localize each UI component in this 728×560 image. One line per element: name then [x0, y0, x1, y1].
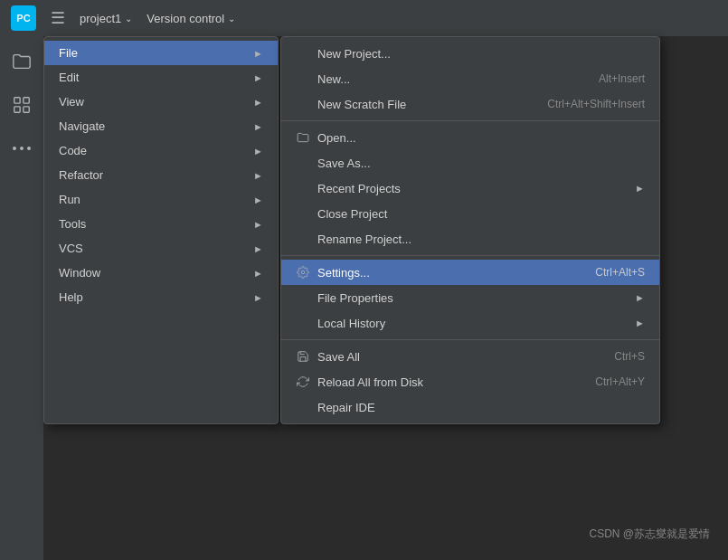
- menu-item-refactor[interactable]: Refactor ►: [44, 163, 278, 187]
- submenu-recent-projects[interactable]: Recent Projects ►: [281, 176, 659, 201]
- modules-icon[interactable]: [7, 90, 36, 119]
- menu-wrapper: File ► Edit ► View ► Navigate ► Code ► R…: [43, 36, 660, 424]
- window-arrow-icon: ►: [253, 268, 263, 279]
- local-history-icon: [296, 316, 310, 330]
- rename-icon: [296, 232, 310, 246]
- submenu-repair-ide[interactable]: Repair IDE: [281, 394, 659, 420]
- new-icon: [296, 71, 310, 86]
- save-as-icon: [296, 156, 310, 170]
- recent-arrow-icon: ►: [635, 183, 645, 194]
- file-submenu: New Project... New... Alt+Insert New Scr…: [280, 36, 660, 424]
- svg-rect-3: [24, 107, 29, 112]
- menu-item-edit[interactable]: Edit ►: [44, 65, 278, 90]
- recent-projects-icon: [296, 181, 310, 195]
- vcs-chevron-icon: ⌄: [228, 14, 235, 24]
- watermark: CSDN @苏志燮就是爱情: [589, 527, 710, 542]
- project-chevron-icon: ⌄: [125, 14, 132, 24]
- save-all-icon: [296, 349, 310, 364]
- close-project-icon: [296, 206, 310, 221]
- app-logo: PC: [11, 5, 36, 31]
- reload-icon: [296, 375, 310, 389]
- menu-item-navigate[interactable]: Navigate ►: [44, 114, 278, 138]
- code-arrow-icon: ►: [253, 146, 263, 157]
- project-name: project1: [80, 12, 121, 25]
- project-selector[interactable]: project1 ⌄: [80, 12, 132, 25]
- menu-item-file[interactable]: File ►: [44, 41, 278, 65]
- submenu-new-project[interactable]: New Project...: [281, 41, 659, 66]
- svg-point-6: [27, 147, 31, 150]
- new-project-icon: [296, 46, 310, 61]
- svg-rect-1: [24, 98, 29, 103]
- menu-item-run[interactable]: Run ►: [44, 187, 278, 212]
- submenu-settings[interactable]: Settings... Ctrl+Alt+S: [281, 260, 659, 285]
- menu-item-tools[interactable]: Tools ►: [44, 212, 278, 236]
- vcs-arrow-icon: ►: [253, 243, 263, 254]
- divider-2: [281, 255, 659, 256]
- more-icon[interactable]: [7, 134, 36, 163]
- submenu-new[interactable]: New... Alt+Insert: [281, 66, 659, 91]
- divider-1: [281, 120, 659, 121]
- file-arrow-icon: ►: [253, 48, 263, 59]
- open-folder-icon: [296, 130, 310, 145]
- menu-item-vcs[interactable]: VCS ►: [44, 236, 278, 261]
- submenu-save-as[interactable]: Save As...: [281, 150, 659, 176]
- repair-icon: [296, 400, 310, 414]
- folder-icon[interactable]: [7, 47, 36, 76]
- submenu-close-project[interactable]: Close Project: [281, 201, 659, 226]
- svg-rect-2: [14, 107, 20, 112]
- vcs-selector[interactable]: Version control ⌄: [147, 12, 235, 25]
- scratch-icon: [296, 97, 310, 111]
- navigate-arrow-icon: ►: [253, 121, 263, 132]
- submenu-open[interactable]: Open...: [281, 125, 659, 150]
- left-sidebar: [0, 36, 43, 560]
- submenu-save-all[interactable]: Save All Ctrl+S: [281, 344, 659, 369]
- submenu-reload-all[interactable]: Reload All from Disk Ctrl+Alt+Y: [281, 369, 659, 394]
- view-arrow-icon: ►: [253, 97, 263, 108]
- file-props-arrow-icon: ►: [635, 292, 645, 303]
- submenu-rename-project[interactable]: Rename Project...: [281, 226, 659, 252]
- svg-point-7: [301, 271, 305, 274]
- submenu-file-properties[interactable]: File Properties ►: [281, 285, 659, 310]
- submenu-local-history[interactable]: Local History ►: [281, 310, 659, 336]
- menu-item-window[interactable]: Window ►: [44, 261, 278, 285]
- primary-menu: File ► Edit ► View ► Navigate ► Code ► R…: [43, 36, 279, 424]
- svg-point-4: [13, 147, 16, 150]
- settings-gear-icon: [296, 265, 310, 280]
- hamburger-menu[interactable]: ☰: [51, 8, 65, 28]
- menu-item-help[interactable]: Help ►: [44, 285, 278, 309]
- help-arrow-icon: ►: [253, 292, 263, 303]
- menu-item-view[interactable]: View ►: [44, 90, 278, 114]
- submenu-new-scratch[interactable]: New Scratch File Ctrl+Alt+Shift+Insert: [281, 91, 659, 117]
- svg-point-5: [20, 147, 24, 150]
- edit-arrow-icon: ►: [253, 72, 263, 83]
- topbar: PC ☰ project1 ⌄ Version control ⌄: [0, 0, 728, 36]
- menu-item-code[interactable]: Code ►: [44, 138, 278, 163]
- tools-arrow-icon: ►: [253, 219, 263, 230]
- divider-3: [281, 339, 659, 340]
- refactor-arrow-icon: ►: [253, 170, 263, 181]
- local-history-arrow-icon: ►: [635, 318, 645, 328]
- svg-rect-0: [14, 98, 20, 103]
- run-arrow-icon: ►: [253, 195, 263, 205]
- file-properties-icon: [296, 290, 310, 305]
- vcs-label: Version control: [147, 12, 224, 25]
